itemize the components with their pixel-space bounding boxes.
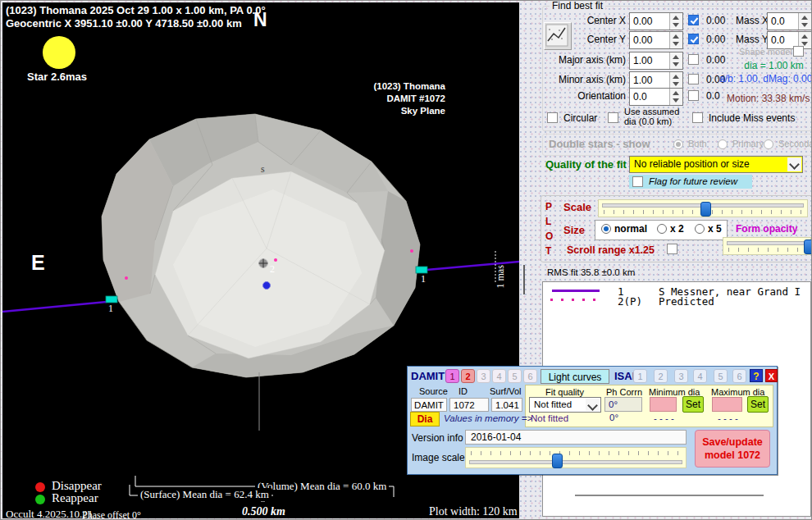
minor-axis-spin-arrows[interactable]: [669, 72, 682, 89]
max-dia-field[interactable]: [712, 397, 742, 412]
scroll-range-label: Scroll range x1.25: [567, 244, 655, 256]
isam-model-button-5[interactable]: 5: [714, 369, 728, 383]
isam-model-button-4[interactable]: 4: [693, 369, 707, 383]
double-stars-both-label: Both: [688, 139, 707, 148]
damit-model-button-5[interactable]: 5: [508, 369, 522, 383]
isam-model-button-1[interactable]: 1: [633, 369, 647, 383]
orientation-label: Orientation: [567, 90, 626, 102]
predicted-center-dot: [263, 282, 271, 290]
damit-model-button-4[interactable]: 4: [492, 369, 506, 383]
orientation-spinner[interactable]: 0.0: [629, 88, 683, 106]
save-update-button[interactable]: Save/update model 1072: [695, 430, 770, 468]
mas-scale-label: 1 mas: [495, 248, 507, 289]
scroll-range-checkbox[interactable]: [667, 244, 677, 254]
fit-quality-dropdown[interactable]: Not fitted: [529, 397, 601, 413]
chord-2-name: Predicted: [659, 295, 714, 308]
center-x-value: 0.00: [633, 16, 652, 27]
orientation-value: 0.0: [633, 91, 647, 103]
damit-model-button-3[interactable]: 3: [477, 369, 490, 383]
size-x2-radio[interactable]: [657, 224, 667, 234]
scale-slider[interactable]: [598, 199, 808, 217]
source-header: Source: [419, 386, 448, 396]
isam-model-button-6[interactable]: 6: [732, 369, 746, 383]
center-x-err: 0.00: [706, 15, 725, 26]
assumed-dia-checkbox[interactable]: [608, 112, 618, 123]
mass-x-value: 0.0: [771, 16, 785, 27]
image-scale-slider[interactable]: [465, 447, 687, 468]
form-opacity-slider-thumb[interactable]: [804, 239, 812, 254]
north-label: N: [253, 9, 267, 31]
chord-1-line-swatch: [552, 290, 600, 292]
plot-title-line1: (1023) Thomana 2025 Oct 29 1.00 x 1.00 k…: [6, 4, 266, 16]
ph-corr-field[interactable]: 0°: [604, 397, 642, 412]
miss-events-checkbox[interactable]: [692, 112, 703, 123]
min-dia-set-button[interactable]: Set: [682, 396, 704, 413]
light-curves-button[interactable]: Light curves: [541, 369, 609, 384]
major-axis-err: 0.00: [706, 54, 725, 66]
star-size-label: Star 2.6mas: [27, 71, 87, 83]
minor-axis-lock-checkbox[interactable]: [688, 74, 699, 84]
double-stars-primary-radio[interactable]: [718, 139, 728, 149]
double-stars-both-radio[interactable]: [673, 139, 683, 149]
double-stars-secondary-radio[interactable]: [764, 139, 773, 149]
memory-min-dia: - - - -: [654, 413, 674, 423]
close-button[interactable]: X: [765, 369, 778, 382]
model-caption: (1023) Thomana DAMIT #1072 Sky Plane: [343, 80, 445, 117]
orientation-spin-arrows[interactable]: [669, 89, 682, 105]
image-scale-label: Image scale: [412, 452, 465, 463]
mass-x-spin-arrows[interactable]: [798, 13, 811, 30]
chord-event-marker-left: [106, 296, 117, 303]
phase-offset-label: Phase offset 0°: [82, 509, 141, 518]
flag-review-checkbox[interactable]: [632, 176, 643, 187]
center-x-lock-checkbox[interactable]: [688, 15, 699, 25]
damit-model-button-6[interactable]: 6: [523, 369, 537, 383]
version-info-field[interactable]: 2016-01-04: [465, 430, 687, 445]
chord-2-id: 2(P): [618, 295, 642, 308]
circular-checkbox[interactable]: [547, 112, 558, 123]
major-axis-value: 1.00: [633, 55, 652, 66]
quality-dropdown[interactable]: No reliable position or size: [629, 156, 803, 173]
memory-ph-corr: 0°: [609, 413, 618, 422]
surface-dia-label: (Surface) Mean dia = 62.4 km: [138, 488, 271, 501]
mass-x-spinner[interactable]: 0.0: [767, 12, 812, 30]
minor-axis-spinner[interactable]: 1.00: [629, 71, 683, 89]
damit-model-button-1[interactable]: 1: [445, 369, 459, 383]
find-best-fit-legend: Find best fit: [550, 0, 605, 11]
major-axis-spinner[interactable]: 1.00: [629, 52, 683, 70]
min-dia-field[interactable]: [650, 397, 677, 412]
center-y-label: Center Y: [577, 34, 626, 45]
quality-dropdown-arrow-icon[interactable]: [787, 157, 801, 171]
center-x-spin-arrows[interactable]: [669, 13, 682, 30]
double-stars-secondary-label: Secondary: [778, 139, 812, 148]
fit-quality-dropdown-arrow-icon[interactable]: [586, 399, 600, 411]
minor-axis-label: Minor axis (km): [550, 74, 626, 85]
center-y-spin-arrows[interactable]: [669, 32, 682, 48]
damit-model-button-2[interactable]: 2: [461, 369, 475, 383]
isam-model-button-3[interactable]: 3: [674, 369, 688, 383]
surfvol-field: 1.041: [491, 398, 522, 412]
image-scale-slider-thumb[interactable]: [552, 454, 563, 468]
dia-button[interactable]: Dia: [410, 412, 440, 426]
scale-slider-thumb[interactable]: [700, 202, 711, 217]
size-normal-radio[interactable]: [601, 224, 611, 234]
form-opacity-label: Form opacity: [736, 223, 797, 235]
center-y-spinner[interactable]: 0.00: [629, 31, 683, 49]
fit-chart-button[interactable]: [544, 22, 572, 50]
major-axis-spin-arrows[interactable]: [669, 52, 682, 69]
major-axis-lock-checkbox[interactable]: [688, 54, 699, 65]
mass-x-label: Mass X: [736, 15, 769, 26]
center-y-lock-checkbox[interactable]: [688, 34, 699, 44]
chord-label-left: 1: [108, 303, 113, 315]
size-x5-radio[interactable]: [695, 224, 705, 234]
isam-model-button-2[interactable]: 2: [654, 369, 668, 383]
id-field[interactable]: 1072: [449, 398, 489, 412]
orientation-lock-checkbox[interactable]: [688, 90, 699, 101]
listbox-scroll-line[interactable]: [575, 495, 764, 496]
shape-model-checkbox[interactable]: [793, 46, 804, 57]
form-opacity-slider[interactable]: [723, 237, 811, 255]
max-dia-set-button[interactable]: Set: [747, 396, 769, 413]
size-x5-label: x 5: [708, 223, 722, 235]
help-button[interactable]: ?: [750, 369, 763, 382]
mass-y-label: Mass Y: [736, 34, 769, 45]
center-x-spinner[interactable]: 0.00: [629, 12, 683, 30]
